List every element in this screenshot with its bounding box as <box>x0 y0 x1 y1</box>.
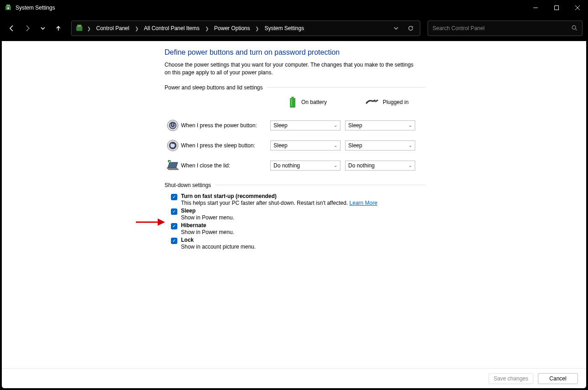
content-area: Define power buttons and turn on passwor… <box>2 41 586 388</box>
chevron-down-icon: ⌄ <box>334 123 337 128</box>
sleep-button-battery-select[interactable]: Sleep ⌄ <box>270 140 340 151</box>
checkbox-title: Turn on fast start-up (recommended) <box>181 193 377 199</box>
annotation-arrow-icon <box>135 217 167 227</box>
refresh-button[interactable] <box>404 22 417 35</box>
search-icon[interactable] <box>571 25 578 32</box>
chevron-down-icon: ⌄ <box>408 123 412 128</box>
power-button-icon <box>166 119 179 132</box>
section-rule <box>216 185 425 185</box>
breadcrumb-item[interactable]: System Settings <box>262 23 307 33</box>
learn-more-link[interactable]: Learn More <box>350 200 377 206</box>
option-label: When I press the sleep button: <box>181 142 270 149</box>
checkbox-title: Hibernate <box>181 222 234 229</box>
svg-rect-4 <box>76 26 83 31</box>
section-label-text: Power and sleep buttons and lid settings <box>165 84 263 91</box>
toolbar: ❯ Control Panel ❯ All Control Panel Item… <box>0 16 588 41</box>
column-header-plugged: Plugged in <box>383 99 409 105</box>
forward-button[interactable] <box>21 22 34 35</box>
chevron-down-icon: ⌄ <box>334 143 337 148</box>
close-button[interactable] <box>567 0 588 16</box>
select-value: Sleep <box>348 142 362 149</box>
svg-point-9 <box>374 100 377 102</box>
back-button[interactable] <box>5 22 18 35</box>
plug-icon <box>366 99 378 106</box>
chevron-right-icon[interactable]: ❯ <box>86 26 92 31</box>
checkbox-title: Lock <box>181 237 256 243</box>
page-title: Define power buttons and turn on passwor… <box>165 48 425 57</box>
recent-locations-button[interactable] <box>36 22 49 35</box>
sleep-checkbox[interactable]: ✓ <box>171 208 177 215</box>
select-value: Sleep <box>273 142 288 149</box>
up-button[interactable] <box>52 22 65 35</box>
search-input[interactable] <box>433 25 571 31</box>
svg-point-6 <box>572 26 576 29</box>
svg-rect-5 <box>77 25 82 27</box>
svg-point-2 <box>7 7 9 9</box>
column-header-battery: On battery <box>301 99 327 105</box>
svg-rect-7 <box>291 97 294 98</box>
app-icon <box>5 4 12 11</box>
breadcrumb-item[interactable]: Power Options <box>211 23 253 33</box>
select-value: Sleep <box>273 122 288 129</box>
checkbox-subtitle: Show in Power menu. <box>181 229 234 235</box>
battery-icon <box>289 97 297 108</box>
save-changes-button[interactable]: Save changes <box>489 373 533 384</box>
select-value: Do nothing <box>273 162 300 169</box>
column-headers: On battery Plugged in <box>165 95 425 109</box>
power-button-plugged-select[interactable]: Sleep ⌄ <box>345 120 415 130</box>
chevron-down-icon: ⌄ <box>334 163 337 168</box>
checkbox-title: Sleep <box>181 208 234 214</box>
svg-rect-1 <box>6 5 10 6</box>
section-rule <box>267 87 425 88</box>
select-value: Sleep <box>348 122 362 129</box>
option-row-sleep-button: When I press the sleep button: Sleep ⌄ S… <box>165 135 425 156</box>
footer: Save changes Cancel <box>2 368 586 388</box>
chevron-right-icon[interactable]: ❯ <box>204 26 210 31</box>
search-box[interactable] <box>428 21 583 36</box>
breadcrumb-item[interactable]: All Control Panel Items <box>141 23 202 33</box>
control-panel-icon <box>75 24 83 32</box>
svg-rect-3 <box>555 6 559 10</box>
page-description: Choose the power settings that you want … <box>165 61 420 77</box>
lid-plugged-select[interactable]: Do nothing ⌄ <box>345 161 415 171</box>
breadcrumb-item[interactable]: Control Panel <box>93 23 132 33</box>
maximize-button[interactable] <box>546 0 567 16</box>
titlebar: System Settings <box>0 0 588 16</box>
address-bar[interactable]: ❯ Control Panel ❯ All Control Panel Item… <box>71 21 420 36</box>
section-shutdown: Shut-down settings <box>165 182 425 188</box>
checkbox-subtitle: This helps start your PC faster after sh… <box>181 200 377 206</box>
option-label: When I close the lid: <box>181 162 270 169</box>
lid-battery-select[interactable]: Do nothing ⌄ <box>270 161 340 171</box>
address-history-button[interactable] <box>390 22 402 35</box>
checkbox-subtitle: Show in Power menu. <box>181 214 234 221</box>
chevron-right-icon[interactable]: ❯ <box>254 26 260 31</box>
checkbox-subtitle: Show in account picture menu. <box>181 244 256 250</box>
sleep-button-icon <box>166 139 179 152</box>
chevron-down-icon: ⌄ <box>408 143 412 148</box>
cancel-button[interactable]: Cancel <box>538 373 578 384</box>
lock-checkbox[interactable]: ✓ <box>171 238 177 244</box>
section-label-text: Shut-down settings <box>165 182 211 188</box>
chevron-down-icon: ⌄ <box>408 163 412 168</box>
hibernate-checkbox[interactable]: ✓ <box>171 223 177 229</box>
laptop-lid-icon <box>166 160 180 172</box>
section-power-buttons: Power and sleep buttons and lid settings <box>165 84 425 91</box>
window-title: System Settings <box>15 5 55 11</box>
fast-startup-checkbox[interactable]: ✓ <box>171 194 177 200</box>
option-row-lid: When I close the lid: Do nothing ⌄ Do no… <box>165 156 425 176</box>
svg-rect-8 <box>291 99 292 106</box>
minimize-button[interactable] <box>525 0 546 16</box>
select-value: Do nothing <box>348 162 375 169</box>
power-button-battery-select[interactable]: Sleep ⌄ <box>270 120 340 130</box>
option-label: When I press the power button: <box>181 122 270 129</box>
option-row-power-button: When I press the power button: Sleep ⌄ S… <box>165 115 425 135</box>
sleep-button-plugged-select[interactable]: Sleep ⌄ <box>345 140 415 151</box>
chevron-right-icon[interactable]: ❯ <box>134 26 139 31</box>
